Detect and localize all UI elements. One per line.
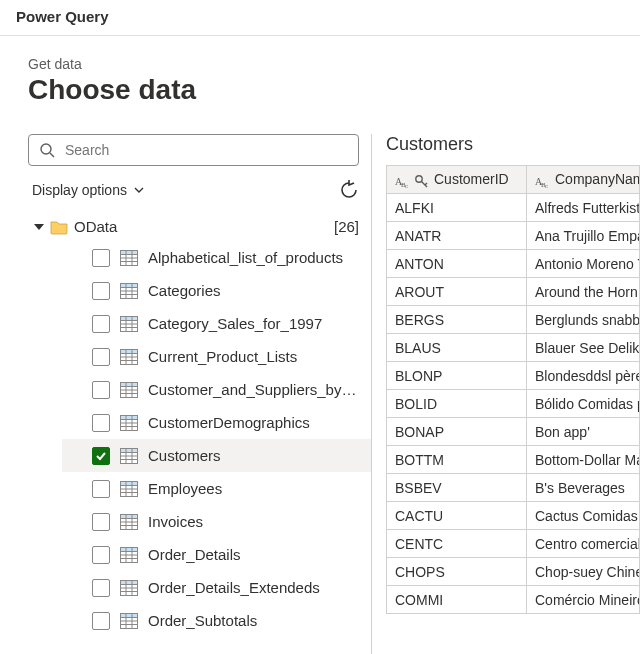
search-icon <box>39 142 55 158</box>
table-cell: BLAUS <box>387 334 527 362</box>
table-row[interactable]: COMMIComércio Mineiro <box>387 586 640 614</box>
checkbox[interactable] <box>92 282 110 300</box>
table-cell: Chop-suey Chinese <box>527 558 640 586</box>
navigator-tree: OData [26] Alphabetical_list_of_products… <box>28 208 371 637</box>
table-cell: AROUT <box>387 278 527 306</box>
tree-item[interactable]: Category_Sales_for_1997 <box>62 307 371 340</box>
table-cell: ANATR <box>387 222 527 250</box>
column-name: CompanyName <box>555 171 640 187</box>
table-cell: B's Beverages <box>527 474 640 502</box>
checkbox[interactable] <box>92 348 110 366</box>
table-cell: CENTC <box>387 530 527 558</box>
tree-item-label: Category_Sales_for_1997 <box>148 315 322 332</box>
checkbox[interactable] <box>92 546 110 564</box>
tree-item[interactable]: Customer_and_Suppliers_by_… <box>62 373 371 406</box>
checkbox[interactable] <box>92 249 110 267</box>
table-row[interactable]: BOLIDBólido Comidas pre <box>387 390 640 418</box>
tree-item[interactable]: Invoices <box>62 505 371 538</box>
column-name: CustomerID <box>434 171 509 187</box>
checkbox[interactable] <box>92 513 110 531</box>
table-cell: BSBEV <box>387 474 527 502</box>
tree-item[interactable]: Categories <box>62 274 371 307</box>
table-row[interactable]: CACTUCactus Comidas pa <box>387 502 640 530</box>
table-icon <box>120 415 138 431</box>
table-row[interactable]: BOTTMBottom-Dollar Mar <box>387 446 640 474</box>
checkbox[interactable] <box>92 414 110 432</box>
table-row[interactable]: CHOPSChop-suey Chinese <box>387 558 640 586</box>
table-cell: Alfreds Futterkiste <box>527 194 640 222</box>
table-icon <box>120 580 138 596</box>
checkbox[interactable] <box>92 381 110 399</box>
caret-down-icon <box>34 222 44 232</box>
table-cell: Cactus Comidas pa <box>527 502 640 530</box>
tree-item[interactable]: Current_Product_Lists <box>62 340 371 373</box>
table-row[interactable]: BLAUSBlauer See Delikate <box>387 334 640 362</box>
checkbox[interactable] <box>92 447 110 465</box>
tree-item-label: Customers <box>148 447 221 464</box>
table-cell: ANTON <box>387 250 527 278</box>
search-box[interactable] <box>28 134 359 166</box>
window-title: Power Query <box>0 0 640 36</box>
tree-item[interactable]: CustomerDemographics <box>62 406 371 439</box>
tree-item-label: Order_Subtotals <box>148 612 257 629</box>
search-input[interactable] <box>63 141 348 159</box>
checkbox[interactable] <box>92 480 110 498</box>
display-options-dropdown[interactable]: Display options <box>32 182 145 198</box>
table-row[interactable]: AROUTAround the Horn <box>387 278 640 306</box>
table-row[interactable]: BSBEVB's Beverages <box>387 474 640 502</box>
table-cell: ALFKI <box>387 194 527 222</box>
table-cell: Centro comercial M <box>527 530 640 558</box>
preview-table: CustomerIDCompanyName ALFKIAlfreds Futte… <box>386 165 640 614</box>
table-row[interactable]: BONAPBon app' <box>387 418 640 446</box>
tree-item-label: Order_Details_Extendeds <box>148 579 320 596</box>
page-heading: Choose data <box>28 74 640 106</box>
table-icon <box>120 448 138 464</box>
tree-item[interactable]: Order_Details_Extendeds <box>62 571 371 604</box>
tree-item-label: Employees <box>148 480 222 497</box>
tree-item-label: Invoices <box>148 513 203 530</box>
tree-item-label: Alphabetical_list_of_products <box>148 249 343 266</box>
tree-item[interactable]: Employees <box>62 472 371 505</box>
checkbox[interactable] <box>92 612 110 630</box>
table-cell: BLONP <box>387 362 527 390</box>
table-icon <box>120 547 138 563</box>
table-icon <box>120 382 138 398</box>
tree-item[interactable]: Order_Subtotals <box>62 604 371 637</box>
tree-item[interactable]: Order_Details <box>62 538 371 571</box>
tree-item-label: Current_Product_Lists <box>148 348 297 365</box>
preview-title: Customers <box>386 134 640 155</box>
tree-item-label: Customer_and_Suppliers_by_… <box>148 381 363 398</box>
table-cell: BERGS <box>387 306 527 334</box>
column-header[interactable]: CompanyName <box>527 166 640 194</box>
table-cell: Ana Trujillo Empare <box>527 222 640 250</box>
tree-folder-odata[interactable]: OData [26] <box>28 212 371 241</box>
table-cell: BOTTM <box>387 446 527 474</box>
table-row[interactable]: BLONPBlondesddsl père e <box>387 362 640 390</box>
table-row[interactable]: ANTONAntonio Moreno Ta <box>387 250 640 278</box>
table-icon <box>120 514 138 530</box>
key-icon <box>414 174 430 188</box>
tree-item[interactable]: Customers <box>62 439 371 472</box>
text-type-icon <box>395 174 411 188</box>
table-icon <box>120 283 138 299</box>
table-cell: BONAP <box>387 418 527 446</box>
table-icon <box>120 349 138 365</box>
table-cell: COMMI <box>387 586 527 614</box>
folder-icon <box>50 219 68 235</box>
table-row[interactable]: CENTCCentro comercial M <box>387 530 640 558</box>
folder-label: OData <box>74 218 328 235</box>
checkbox[interactable] <box>92 579 110 597</box>
check-icon <box>95 450 107 462</box>
table-row[interactable]: ANATRAna Trujillo Empare <box>387 222 640 250</box>
tree-item[interactable]: Alphabetical_list_of_products <box>62 241 371 274</box>
refresh-icon[interactable] <box>339 180 359 200</box>
table-cell: CHOPS <box>387 558 527 586</box>
column-header[interactable]: CustomerID <box>387 166 527 194</box>
chevron-down-icon <box>133 184 145 196</box>
table-cell: Bottom-Dollar Mar <box>527 446 640 474</box>
table-cell: Bon app' <box>527 418 640 446</box>
checkbox[interactable] <box>92 315 110 333</box>
table-row[interactable]: BERGSBerglunds snabbkö <box>387 306 640 334</box>
folder-count: [26] <box>334 218 359 235</box>
table-row[interactable]: ALFKIAlfreds Futterkiste <box>387 194 640 222</box>
